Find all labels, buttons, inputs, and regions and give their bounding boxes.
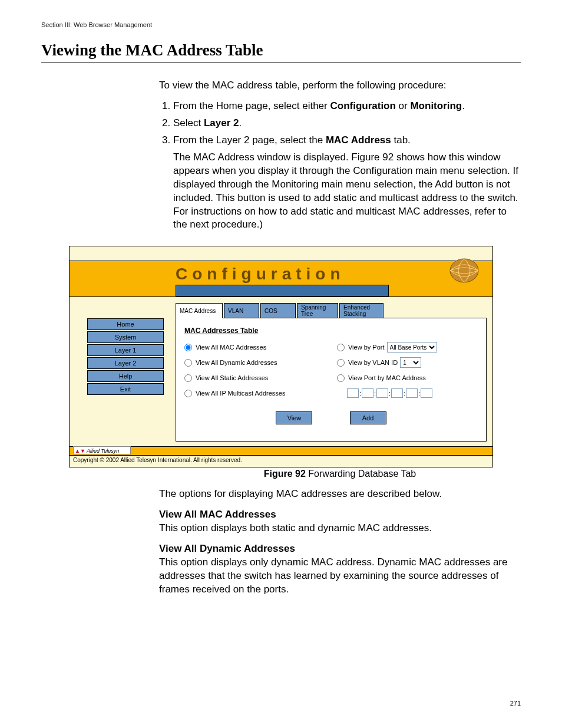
radio-view-static-label: View All Static Addresses	[196, 374, 268, 381]
view-button[interactable]: View	[276, 411, 312, 424]
radio-view-multicast-input[interactable]	[184, 390, 192, 397]
brand-logo: ▲▼ Allied Telesyn	[73, 446, 131, 454]
running-head: Section III: Web Browser Management	[41, 21, 521, 28]
radio-view-by-port[interactable]: View by Port All Base Ports	[337, 340, 478, 355]
option-1-body: This option displays both static and dyn…	[159, 522, 521, 535]
sidebar-item-layer1[interactable]: Layer 1	[87, 344, 164, 356]
mac-entry-row: : : : : :	[337, 386, 478, 401]
globe-icon	[447, 256, 482, 285]
copyright: Copyright © 2002 Allied Telesyn Internat…	[70, 456, 492, 467]
sidebar-item-home[interactable]: Home	[87, 318, 164, 330]
page-number: 271	[510, 700, 521, 707]
step-2: Select Layer 2.	[173, 117, 521, 130]
radio-view-dynamic-input[interactable]	[184, 359, 192, 367]
after-figure-text: The options for displaying MAC addresses…	[159, 487, 521, 501]
figure-caption: Figure 92 Forwarding Database Tab	[159, 467, 521, 480]
option-1-heading: View All MAC Addresses	[159, 508, 521, 522]
title-band: Configuration	[70, 261, 492, 297]
select-vlan-id[interactable]: 1	[400, 357, 421, 368]
sidebar-item-layer2[interactable]: Layer 2	[87, 357, 164, 369]
select-port[interactable]: All Base Ports	[387, 342, 437, 353]
mac-octet-4[interactable]	[391, 388, 403, 398]
svg-point-0	[450, 259, 478, 282]
sidebar-item-exit[interactable]: Exit	[87, 383, 164, 395]
intro-paragraph: To view the MAC address table, perform t…	[159, 79, 521, 93]
radio-view-all-mac-input[interactable]	[184, 344, 192, 351]
tab-vlan[interactable]: VLAN	[224, 303, 259, 318]
radio-view-by-port-input[interactable]	[337, 344, 345, 351]
tab-enhanced-stacking[interactable]: Enhanced Stacking	[339, 303, 384, 318]
radio-view-dynamic[interactable]: View All Dynamic Addresses	[184, 355, 337, 370]
sidebar-item-system[interactable]: System	[87, 331, 164, 343]
add-button[interactable]: Add	[350, 411, 386, 424]
radio-view-port-by-mac-label: View Port by MAC Address	[348, 374, 426, 381]
mac-octet-2[interactable]	[362, 388, 373, 398]
radio-view-by-port-label: View by Port	[348, 344, 385, 351]
tab-cos[interactable]: COS	[260, 303, 296, 318]
mac-octet-1[interactable]	[347, 388, 359, 398]
panel-title: MAC Addresses Table	[184, 327, 478, 335]
mac-octet-3[interactable]	[376, 388, 388, 398]
sub-band	[176, 285, 389, 297]
step-3-body: The MAC Address window is displayed. Fig…	[173, 151, 521, 232]
radio-view-by-vlan-label: View by VLAN ID	[348, 359, 398, 366]
tab-spanning-tree[interactable]: Spanning Tree	[297, 303, 338, 318]
option-2-heading: View All Dynamic Addresses	[159, 542, 521, 556]
tab-strip: MAC Address VLAN COS Spanning Tree Enhan…	[176, 303, 487, 318]
footer-bar: ▲▼ Allied Telesyn	[70, 446, 492, 456]
radio-view-multicast-label: View All IP Multicast Addresses	[196, 390, 285, 397]
mac-octet-5[interactable]	[406, 388, 418, 398]
figure-92-screenshot: AT-8024GB Configuration Home System Laye…	[69, 246, 493, 467]
mac-octet-6[interactable]	[421, 388, 432, 398]
procedure-list: From the Home page, select either Config…	[159, 100, 521, 232]
step-1: From the Home page, select either Config…	[173, 100, 521, 113]
radio-view-all-mac-label: View All MAC Addresses	[196, 344, 266, 351]
radio-view-port-by-mac-input[interactable]	[337, 374, 345, 382]
radio-view-port-by-mac[interactable]: View Port by MAC Address	[337, 370, 478, 386]
radio-view-dynamic-label: View All Dynamic Addresses	[196, 359, 277, 366]
sidebar: Home System Layer 1 Layer 2 Help Exit	[87, 303, 164, 442]
option-2-body: This option displays only dynamic MAC ad…	[159, 556, 521, 597]
sidebar-item-help[interactable]: Help	[87, 370, 164, 382]
step-3: From the Layer 2 page, select the MAC Ad…	[173, 134, 521, 232]
radio-view-multicast[interactable]: View All IP Multicast Addresses	[184, 386, 337, 401]
radio-view-by-vlan-input[interactable]	[337, 359, 345, 367]
radio-view-static[interactable]: View All Static Addresses	[184, 370, 337, 386]
config-title: Configuration	[176, 265, 345, 284]
radio-view-static-input[interactable]	[184, 374, 192, 382]
radio-view-all-mac[interactable]: View All MAC Addresses	[184, 340, 337, 355]
tab-mac-address[interactable]: MAC Address	[176, 303, 223, 318]
mac-panel: MAC Addresses Table View All MAC Address…	[176, 318, 487, 442]
radio-view-by-vlan[interactable]: View by VLAN ID 1	[337, 355, 478, 370]
page-title: Viewing the MAC Address Table	[41, 41, 521, 62]
